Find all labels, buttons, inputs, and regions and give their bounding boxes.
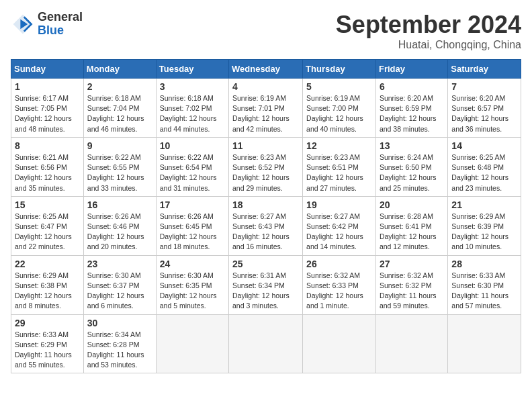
calendar-week-row: 29Sunrise: 6:33 AMSunset: 6:29 PMDayligh… bbox=[11, 314, 521, 373]
table-row: 7Sunrise: 6:20 AMSunset: 6:57 PMDaylight… bbox=[448, 79, 521, 138]
header-tuesday: Tuesday bbox=[156, 60, 228, 79]
table-row bbox=[156, 314, 228, 373]
table-row: 5Sunrise: 6:19 AMSunset: 7:00 PMDaylight… bbox=[303, 79, 376, 138]
calendar-week-row: 15Sunrise: 6:25 AMSunset: 6:47 PMDayligh… bbox=[11, 196, 521, 255]
table-row bbox=[229, 314, 303, 373]
table-row: 21Sunrise: 6:29 AMSunset: 6:39 PMDayligh… bbox=[448, 196, 521, 255]
table-row: 22Sunrise: 6:29 AMSunset: 6:38 PMDayligh… bbox=[11, 255, 84, 314]
table-row: 16Sunrise: 6:26 AMSunset: 6:46 PMDayligh… bbox=[83, 196, 156, 255]
table-row: 9Sunrise: 6:22 AMSunset: 6:55 PMDaylight… bbox=[83, 137, 156, 196]
title-block: September 2024 Huatai, Chongqing, China bbox=[336, 11, 521, 51]
table-row: 25Sunrise: 6:31 AMSunset: 6:34 PMDayligh… bbox=[229, 255, 303, 314]
header-monday: Monday bbox=[83, 60, 156, 79]
calendar-week-row: 22Sunrise: 6:29 AMSunset: 6:38 PMDayligh… bbox=[11, 255, 521, 314]
table-row bbox=[448, 314, 521, 373]
table-row bbox=[375, 314, 447, 373]
calendar-week-row: 8Sunrise: 6:21 AMSunset: 6:56 PMDaylight… bbox=[11, 137, 521, 196]
header-saturday: Saturday bbox=[448, 60, 521, 79]
table-row: 23Sunrise: 6:30 AMSunset: 6:37 PMDayligh… bbox=[83, 255, 156, 314]
table-row: 26Sunrise: 6:32 AMSunset: 6:33 PMDayligh… bbox=[303, 255, 376, 314]
logo-icon bbox=[11, 12, 35, 36]
header-thursday: Thursday bbox=[303, 60, 376, 79]
table-row: 27Sunrise: 6:32 AMSunset: 6:32 PMDayligh… bbox=[375, 255, 447, 314]
table-row: 17Sunrise: 6:26 AMSunset: 6:45 PMDayligh… bbox=[156, 196, 228, 255]
weekday-header-row: Sunday Monday Tuesday Wednesday Thursday… bbox=[11, 60, 521, 79]
table-row: 12Sunrise: 6:23 AMSunset: 6:51 PMDayligh… bbox=[303, 137, 376, 196]
calendar-table: Sunday Monday Tuesday Wednesday Thursday… bbox=[11, 59, 521, 373]
table-row bbox=[303, 314, 376, 373]
table-row: 3Sunrise: 6:18 AMSunset: 7:02 PMDaylight… bbox=[156, 79, 228, 138]
location-subtitle: Huatai, Chongqing, China bbox=[336, 39, 521, 51]
month-title: September 2024 bbox=[336, 11, 521, 39]
table-row: 29Sunrise: 6:33 AMSunset: 6:29 PMDayligh… bbox=[11, 314, 84, 373]
table-row: 1Sunrise: 6:17 AMSunset: 7:05 PMDaylight… bbox=[11, 79, 84, 138]
table-row: 14Sunrise: 6:25 AMSunset: 6:48 PMDayligh… bbox=[448, 137, 521, 196]
table-row: 30Sunrise: 6:34 AMSunset: 6:28 PMDayligh… bbox=[83, 314, 156, 373]
table-row: 13Sunrise: 6:24 AMSunset: 6:50 PMDayligh… bbox=[375, 137, 447, 196]
header-wednesday: Wednesday bbox=[229, 60, 303, 79]
table-row: 6Sunrise: 6:20 AMSunset: 6:59 PMDaylight… bbox=[375, 79, 447, 138]
table-row: 24Sunrise: 6:30 AMSunset: 6:35 PMDayligh… bbox=[156, 255, 228, 314]
table-row: 18Sunrise: 6:27 AMSunset: 6:43 PMDayligh… bbox=[229, 196, 303, 255]
table-row: 20Sunrise: 6:28 AMSunset: 6:41 PMDayligh… bbox=[375, 196, 447, 255]
page-header: General Blue September 2024 Huatai, Chon… bbox=[11, 11, 521, 51]
logo-text: General Blue bbox=[38, 10, 83, 37]
table-row: 28Sunrise: 6:33 AMSunset: 6:30 PMDayligh… bbox=[448, 255, 521, 314]
header-sunday: Sunday bbox=[11, 60, 84, 79]
header-friday: Friday bbox=[375, 60, 447, 79]
table-row: 10Sunrise: 6:22 AMSunset: 6:54 PMDayligh… bbox=[156, 137, 228, 196]
table-row: 4Sunrise: 6:19 AMSunset: 7:01 PMDaylight… bbox=[229, 79, 303, 138]
calendar-week-row: 1Sunrise: 6:17 AMSunset: 7:05 PMDaylight… bbox=[11, 79, 521, 138]
table-row: 15Sunrise: 6:25 AMSunset: 6:47 PMDayligh… bbox=[11, 196, 84, 255]
table-row: 19Sunrise: 6:27 AMSunset: 6:42 PMDayligh… bbox=[303, 196, 376, 255]
table-row: 11Sunrise: 6:23 AMSunset: 6:52 PMDayligh… bbox=[229, 137, 303, 196]
table-row: 8Sunrise: 6:21 AMSunset: 6:56 PMDaylight… bbox=[11, 137, 84, 196]
logo: General Blue bbox=[11, 11, 83, 38]
table-row: 2Sunrise: 6:18 AMSunset: 7:04 PMDaylight… bbox=[83, 79, 156, 138]
